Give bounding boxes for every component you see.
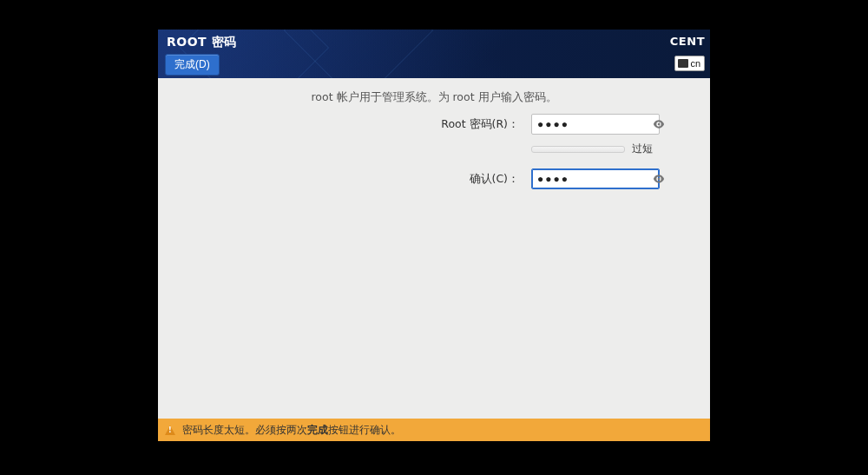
password-strength-bar (531, 146, 625, 153)
password-form: Root 密码(R)： 过短 确认(C)： (328, 114, 696, 189)
content-area: root 帐户用于管理系统。为 root 用户输入密码。 Root 密码(R)：… (158, 78, 710, 419)
page-title: ROOT 密码 (167, 35, 701, 50)
keyboard-layout-button[interactable]: cn (674, 56, 705, 71)
password-label: Root 密码(R)： (328, 117, 523, 132)
reveal-confirm-button[interactable] (651, 172, 667, 186)
password-strength-text: 过短 (632, 142, 653, 156)
password-field-wrap (531, 114, 670, 135)
password-input[interactable] (531, 114, 660, 135)
keyboard-icon (678, 59, 688, 68)
done-button[interactable]: 完成(D) (165, 54, 220, 76)
header: ROOT 密码 完成(D) CENT cn (158, 30, 710, 78)
eye-icon (652, 172, 666, 186)
warning-text: 密码长度太短。必须按两次完成按钮进行确认。 (182, 423, 401, 438)
confirm-password-input[interactable] (531, 168, 660, 189)
distro-brand: CENT (670, 35, 705, 48)
keyboard-layout-label: cn (690, 58, 700, 69)
confirm-field-wrap (531, 168, 670, 189)
warning-icon (165, 426, 175, 435)
eye-icon (652, 117, 666, 131)
warning-bar: 密码长度太短。必须按两次完成按钮进行确认。 (158, 419, 710, 441)
reveal-password-button[interactable] (651, 117, 667, 131)
confirm-label: 确认(C)： (328, 172, 523, 187)
root-password-screen: ROOT 密码 完成(D) CENT cn root 帐户用于管理系统。为 ro… (158, 30, 710, 441)
instruction-text: root 帐户用于管理系统。为 root 用户输入密码。 (172, 90, 696, 105)
strength-row: 过短 (531, 142, 696, 156)
